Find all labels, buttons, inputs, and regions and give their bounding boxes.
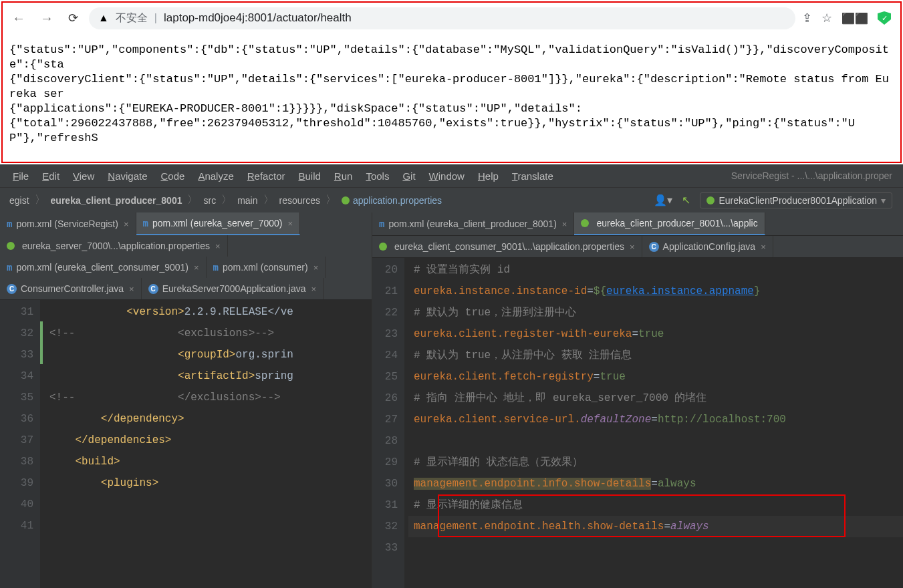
menu-git[interactable]: Git xyxy=(396,168,421,184)
extension-icon[interactable]: ⬛⬛ xyxy=(842,12,868,25)
insecure-icon: ▲ xyxy=(98,12,109,24)
close-icon[interactable]: × xyxy=(309,284,316,294)
spring-icon xyxy=(379,243,387,251)
tab[interactable]: mpom.xml (eureka_client_producer_8001)× xyxy=(372,212,574,235)
tab-label: eureka_server_7000\...\application.prope… xyxy=(22,241,210,251)
right-tab-row-2: eureka_client_consumer_9001\...\applicat… xyxy=(372,236,903,258)
class-icon: C xyxy=(148,284,158,294)
browser-actions: ⇪ ☆ ⬛⬛ ✓ xyxy=(802,11,895,25)
close-icon[interactable]: × xyxy=(312,263,319,273)
tab[interactable]: mpom.xml (consumer)× xyxy=(207,257,326,278)
tab[interactable]: CEurekaServer7000Application.java× xyxy=(142,278,324,299)
menu-translate[interactable]: Translate xyxy=(506,168,559,184)
gutter: 3132333435363738394041 xyxy=(8,300,40,588)
gutter: 2021222324252627282930313233 xyxy=(372,258,404,588)
menu-code[interactable]: Code xyxy=(155,168,191,184)
code-lines[interactable]: <version>2.2.9.RELEASE</ve<!-- <exclusio… xyxy=(40,300,372,588)
crumb-main[interactable]: main xyxy=(233,195,261,206)
tab[interactable]: eureka_client_producer_8001\...\applic xyxy=(574,212,765,235)
insecure-label: 不安全 xyxy=(116,11,148,25)
crumb-module[interactable]: eureka_client_producer_8001 xyxy=(47,195,186,206)
menu-build[interactable]: Build xyxy=(292,168,326,184)
maven-icon: m xyxy=(7,218,12,229)
tab[interactable]: mpom.xml (eureka_client_consumer_9001)× xyxy=(0,257,207,278)
forward-button[interactable]: → xyxy=(36,11,57,26)
menu-navigate[interactable]: Navigate xyxy=(102,168,153,184)
close-icon[interactable]: × xyxy=(128,284,134,294)
menu-window[interactable]: Window xyxy=(423,168,471,184)
menu-tools[interactable]: Tools xyxy=(360,168,395,184)
tab-label: pom.xml (consumer) xyxy=(223,262,308,273)
user-icon[interactable]: 👤▾ xyxy=(654,194,672,206)
close-icon[interactable]: × xyxy=(122,219,129,229)
back-button[interactable]: ← xyxy=(8,11,29,26)
browser-highlight-box: ← → ⟳ ▲ 不安全 | laptop-md0joe4j:8001/actua… xyxy=(1,1,902,163)
tab-label: pom.xml (ServiceRegist) xyxy=(16,218,118,229)
close-icon[interactable]: × xyxy=(561,219,567,229)
tab[interactable]: eureka_server_7000\...\application.prope… xyxy=(0,235,228,257)
tab[interactable]: CConsumerController.java× xyxy=(0,278,142,299)
tab-label: pom.xml (eureka_server_7000) xyxy=(152,218,283,229)
menu-run[interactable]: Run xyxy=(328,168,359,184)
ide-window: FileEditViewNavigateCodeAnalyzeRefactorB… xyxy=(0,164,903,588)
close-icon[interactable]: × xyxy=(628,242,635,252)
maven-icon: m xyxy=(213,262,219,273)
crumb-src[interactable]: src xyxy=(199,195,220,206)
maven-icon: m xyxy=(379,218,384,229)
pom-code-area[interactable]: 3132333435363738394041 <version>2.2.9.RE… xyxy=(0,300,372,588)
tab-label: ApplicationConfig.java xyxy=(663,241,756,252)
menu-edit[interactable]: Edit xyxy=(36,168,66,184)
menu-refactor[interactable]: Refactor xyxy=(241,168,291,184)
crumb-res[interactable]: resources xyxy=(275,195,324,206)
menu-bar: FileEditViewNavigateCodeAnalyzeRefactorB… xyxy=(0,164,903,187)
menu-analyze[interactable]: Analyze xyxy=(192,168,239,184)
right-tab-row-1: mpom.xml (eureka_client_producer_8001)×e… xyxy=(372,212,903,236)
crumb-file-label: application.properties xyxy=(353,195,442,206)
close-icon[interactable]: × xyxy=(214,241,221,251)
chevron-down-icon: ▾ xyxy=(881,195,886,206)
chevron-right-icon: 〉 xyxy=(324,193,338,207)
bookmark-icon[interactable]: ☆ xyxy=(821,11,832,25)
spring-icon xyxy=(342,196,350,204)
chevron-right-icon: 〉 xyxy=(186,193,199,207)
tab[interactable]: eureka_client_consumer_9001\...\applicat… xyxy=(372,236,642,257)
properties-code-area[interactable]: 2021222324252627282930313233 # 设置当前实例 id… xyxy=(372,258,903,588)
left-editor-pane: mpom.xml (ServiceRegist)×mpom.xml (eurek… xyxy=(0,212,372,588)
tab-label: pom.xml (eureka_client_producer_8001) xyxy=(388,218,556,229)
menu-file[interactable]: File xyxy=(7,168,35,184)
close-icon[interactable]: × xyxy=(192,263,199,273)
maven-icon: m xyxy=(7,262,12,273)
tab[interactable]: mpom.xml (eureka_server_7000)× xyxy=(136,212,301,235)
spring-icon xyxy=(581,219,589,227)
spring-icon xyxy=(706,196,715,204)
tab-label: pom.xml (eureka_client_consumer_9001) xyxy=(16,262,188,273)
url-separator: | xyxy=(154,12,157,24)
tab-label: eureka_client_consumer_9001\...\applicat… xyxy=(394,241,624,252)
close-icon[interactable]: × xyxy=(759,242,766,252)
maven-icon: m xyxy=(143,218,148,229)
tab-label: ConsumerController.java xyxy=(21,283,124,294)
share-icon[interactable]: ⇪ xyxy=(802,11,812,25)
class-icon: C xyxy=(649,242,659,252)
spring-icon xyxy=(7,242,15,250)
address-bar[interactable]: ▲ 不安全 | laptop-md0joe4j:8001/actuator/he… xyxy=(89,7,795,29)
response-body: {"status":"UP","components":{"db":{"stat… xyxy=(3,33,900,162)
reload-button[interactable]: ⟳ xyxy=(64,11,82,25)
code-lines[interactable]: # 设置当前实例 ideureka.instance.instance-id=$… xyxy=(404,258,903,588)
tab[interactable]: mpom.xml (ServiceRegist)× xyxy=(0,212,136,235)
shield-icon[interactable]: ✓ xyxy=(878,11,891,25)
tab-label: EurekaServer7000Application.java xyxy=(162,283,306,294)
build-icon[interactable]: ↖ xyxy=(682,194,690,206)
class-icon: C xyxy=(7,284,17,294)
menu-view[interactable]: View xyxy=(67,168,100,184)
close-icon[interactable]: × xyxy=(286,218,293,229)
tab[interactable]: CApplicationConfig.java× xyxy=(642,236,773,257)
run-config-selector[interactable]: EurekaClientProducer8001Application ▾ xyxy=(700,192,892,208)
browser-toolbar: ← → ⟳ ▲ 不安全 | laptop-md0joe4j:8001/actua… xyxy=(3,3,900,33)
crumb-root[interactable]: egist xyxy=(5,195,33,206)
breadcrumb-bar: egist 〉 eureka_client_producer_8001 〉 sr… xyxy=(0,187,903,212)
editor-split: mpom.xml (ServiceRegist)×mpom.xml (eurek… xyxy=(0,212,903,588)
window-title: ServiceRegist - ...\...\application.prop… xyxy=(731,170,896,181)
crumb-file[interactable]: application.properties xyxy=(338,195,446,206)
menu-help[interactable]: Help xyxy=(472,168,505,184)
